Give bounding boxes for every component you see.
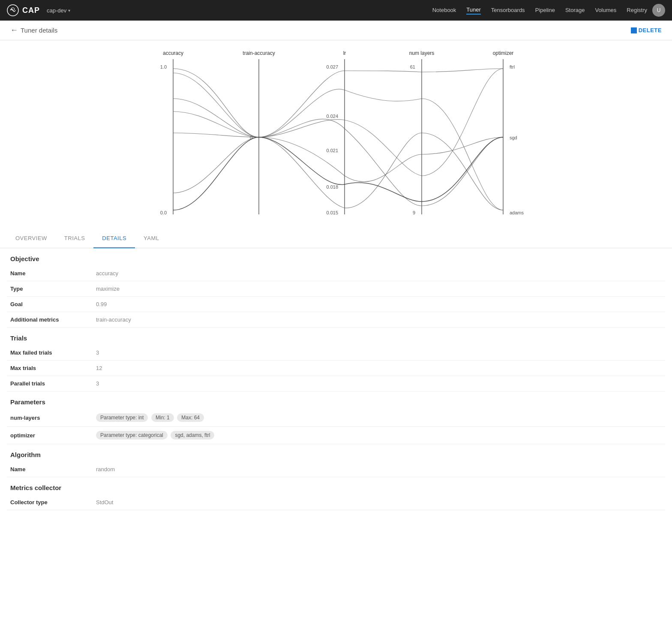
- delete-button[interactable]: DELETE: [631, 27, 662, 33]
- trials-section-title: Trials: [7, 328, 665, 345]
- svg-text:0.021: 0.021: [326, 148, 338, 153]
- svg-text:0.015: 0.015: [326, 210, 338, 215]
- field-label: Max failed trials: [7, 345, 93, 361]
- table-row: Parallel trials 3: [7, 376, 665, 391]
- objective-section-title: Objective: [7, 248, 665, 266]
- field-label: Max trials: [7, 361, 93, 376]
- brand: CAP: [7, 4, 40, 16]
- field-label: Type: [7, 281, 93, 297]
- nav-links: Notebook Tuner Tensorboards Pipeline Sto…: [432, 6, 647, 15]
- field-value: 3: [93, 376, 665, 391]
- field-label: Name: [7, 266, 93, 281]
- nav-pipeline[interactable]: Pipeline: [535, 7, 555, 14]
- parallel-chart-container: accuracy train-accuracy lr num layers op…: [0, 40, 672, 229]
- badge: Min: 1: [151, 413, 174, 422]
- svg-text:0.024: 0.024: [326, 114, 338, 119]
- table-row: Max trials 12: [7, 361, 665, 376]
- field-value: maximize: [93, 281, 665, 297]
- field-value: 3: [93, 345, 665, 361]
- field-value: Parameter type: categorical sgd, adams, …: [93, 427, 665, 444]
- badge: Parameter type: categorical: [96, 431, 168, 439]
- metrics-section-title: Metrics collector: [7, 477, 665, 495]
- field-value: accuracy: [93, 266, 665, 281]
- svg-text:0.0: 0.0: [160, 210, 167, 215]
- svg-text:1.0: 1.0: [160, 64, 167, 69]
- tab-details[interactable]: DETAILS: [93, 229, 135, 248]
- field-value: train-accuracy: [93, 312, 665, 328]
- user-avatar[interactable]: U: [652, 4, 665, 17]
- svg-text:0.018: 0.018: [326, 184, 338, 190]
- table-row: optimizer Parameter type: categorical sg…: [7, 427, 665, 444]
- delete-icon: [631, 27, 637, 33]
- back-arrow-icon: ←: [10, 26, 18, 35]
- field-label: Parallel trials: [7, 376, 93, 391]
- logo-icon: [7, 4, 19, 16]
- field-label: Name: [7, 462, 93, 477]
- field-label: optimizer: [7, 427, 93, 444]
- tab-yaml[interactable]: YAML: [135, 229, 168, 248]
- field-value: Parameter type: int Min: 1 Max: 64: [93, 409, 665, 427]
- nav-registry[interactable]: Registry: [627, 7, 647, 14]
- trials-table: Max failed trials 3 Max trials 12 Parall…: [7, 345, 665, 391]
- svg-text:optimizer: optimizer: [493, 50, 514, 56]
- table-row: Type maximize: [7, 281, 665, 297]
- field-label: Goal: [7, 297, 93, 312]
- nav-volumes[interactable]: Volumes: [595, 7, 616, 14]
- table-row: Additional metrics train-accuracy: [7, 312, 665, 328]
- field-label: Additional metrics: [7, 312, 93, 328]
- table-row: Name random: [7, 462, 665, 477]
- page-title: Tuner details: [21, 27, 57, 34]
- table-row: num-layers Parameter type: int Min: 1 Ma…: [7, 409, 665, 427]
- table-row: Goal 0.99: [7, 297, 665, 312]
- algorithm-section-title: Algorithm: [7, 444, 665, 462]
- page-header: ← Tuner details DELETE: [0, 21, 672, 40]
- svg-text:sgd: sgd: [510, 135, 517, 140]
- svg-text:lr: lr: [343, 50, 346, 56]
- parallel-chart: accuracy train-accuracy lr num layers op…: [3, 47, 669, 227]
- content-area: Objective Name accuracy Type maximize Go…: [0, 248, 672, 524]
- svg-text:61: 61: [410, 64, 415, 69]
- parameters-table: num-layers Parameter type: int Min: 1 Ma…: [7, 409, 665, 444]
- badge: Max: 64: [177, 413, 204, 422]
- nav-tensorboards[interactable]: Tensorboards: [491, 7, 525, 14]
- nav-tuner[interactable]: Tuner: [466, 6, 480, 15]
- project-selector[interactable]: cap-dev ▾: [47, 7, 70, 14]
- objective-table: Name accuracy Type maximize Goal 0.99 Ad…: [7, 266, 665, 328]
- svg-text:0.027: 0.027: [326, 64, 338, 69]
- metrics-table: Collector type StdOut: [7, 495, 665, 510]
- algorithm-table: Name random: [7, 462, 665, 477]
- tab-trials[interactable]: TRIALS: [56, 229, 94, 248]
- svg-text:accuracy: accuracy: [163, 50, 183, 56]
- back-button[interactable]: ← Tuner details: [10, 26, 57, 35]
- nav-notebook[interactable]: Notebook: [432, 7, 456, 14]
- field-value: StdOut: [93, 495, 665, 510]
- project-name: cap-dev: [47, 7, 66, 14]
- badge: sgd, adams, ftrl: [171, 431, 214, 439]
- nav-storage[interactable]: Storage: [565, 7, 585, 14]
- field-value: random: [93, 462, 665, 477]
- chevron-down-icon: ▾: [68, 8, 70, 13]
- badge: Parameter type: int: [96, 413, 148, 422]
- table-row: Max failed trials 3: [7, 345, 665, 361]
- brand-text: CAP: [22, 6, 40, 15]
- svg-text:adams: adams: [510, 210, 524, 215]
- svg-text:ftrl: ftrl: [510, 64, 515, 69]
- svg-text:train-accuracy: train-accuracy: [243, 50, 275, 56]
- svg-text:9: 9: [413, 210, 415, 215]
- navbar: CAP cap-dev ▾ Notebook Tuner Tensorboard…: [0, 0, 672, 21]
- field-value: 0.99: [93, 297, 665, 312]
- svg-text:num layers: num layers: [409, 50, 435, 56]
- table-row: Name accuracy: [7, 266, 665, 281]
- parameters-section-title: Parameters: [7, 391, 665, 409]
- field-value: 12: [93, 361, 665, 376]
- tabs: OVERVIEW TRIALS DETAILS YAML: [0, 229, 672, 248]
- table-row: Collector type StdOut: [7, 495, 665, 510]
- field-label: num-layers: [7, 409, 93, 427]
- tab-overview[interactable]: OVERVIEW: [7, 229, 56, 248]
- field-label: Collector type: [7, 495, 93, 510]
